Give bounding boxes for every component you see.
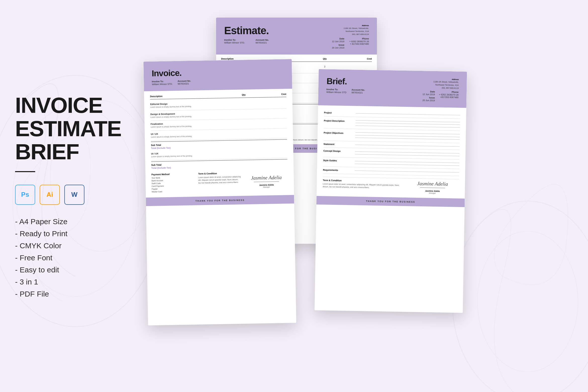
brief-involve-value: William Winsor STD [326, 91, 347, 93]
brief-sig-name: Jasmine Adelia [425, 190, 440, 192]
brief-document: Brief. Involve To: William Winsor STD Ac… [315, 69, 467, 313]
feature-3in1: - 3 in 1 [15, 278, 116, 286]
brief-term-area: Term & Condition Lorem ipsum dolor sit a… [323, 177, 459, 194]
est-col-qty: Qty [315, 58, 334, 60]
brief-header: Brief. Involve To: William Winsor STD Ac… [318, 69, 467, 108]
estimate-involve-label: Involve To: [224, 39, 248, 41]
brief-account-value: 987654321 [352, 91, 365, 94]
estimate-account-value: 987654321 [256, 41, 269, 44]
inv-row-4: UI / UX Lorem ipsum is simply dummy text… [151, 128, 287, 141]
invoice-signature: Jasmine Adelia Jasmine Adelia Manager [245, 171, 288, 192]
invoice-payment: Payment Method Your Bank Bank Account Sw… [152, 171, 288, 193]
brief-title: Brief. [326, 76, 365, 87]
invoice-title: Invoice. [152, 68, 191, 78]
software-icons: Ps Ai W [15, 185, 116, 205]
inv-account-value: 987654321 [178, 82, 191, 85]
inv-subtotal-2: Sub Total Total (Include Tax) [151, 159, 288, 170]
feature-edit: - Easy to edit [15, 266, 116, 274]
title-divider [15, 171, 35, 172]
brief-body: Project Project Description [317, 105, 466, 199]
estimate-account-label: Account No. [256, 39, 269, 41]
est-addr1: 1188 1th Street, Yellowknife, [332, 27, 369, 30]
brief-date-val: 12 Jun 2019 [422, 93, 435, 96]
brief-address-label: Address [423, 78, 459, 80]
invoice-header: Invoice. Involve To: William Winsor STD.… [143, 59, 292, 91]
inv-col-qty: Qty [235, 93, 252, 96]
payment-col: Payment Method Your Bank Bank Account Sw… [152, 172, 194, 193]
brief-issue-label: Issue [422, 96, 435, 99]
terms-col: Term & Condition Lorem ipsum dolor sit a… [198, 172, 241, 192]
brief-involve-label: Involve To: [326, 88, 347, 91]
inv-col-cost: Cost [252, 93, 286, 96]
invoice-body: Description Qty Cost Editorial Design Lo… [144, 89, 294, 198]
inv-account-label: Account No. [178, 80, 191, 82]
estimate-address-label: Address [332, 25, 369, 26]
title-invoice: INVOICE [15, 94, 116, 117]
brief-sig-cursive: Jasmine Adelia [417, 180, 448, 187]
est-issue-label: Issue [332, 44, 345, 46]
brief-account-label: Account No. [352, 88, 365, 91]
brief-issue-val: 20 Jun 2019 [422, 99, 435, 102]
ai-icon: Ai [40, 185, 60, 205]
inv-row-5: UI / UX Lorem ipsum is simply dummy text… [151, 148, 287, 160]
est-col-cost: Cost [334, 58, 372, 60]
ps-icon: Ps [15, 185, 35, 205]
invoice-document: Invoice. Involve To: William Winsor STD.… [143, 59, 296, 325]
est-issue-val: 20 Jun 2019 [332, 46, 345, 49]
est-phone-label: Phone [349, 37, 369, 40]
est-date-val: 12 Jun 2019 [332, 40, 345, 43]
brief-date-label: Date [422, 90, 435, 93]
title-brief: BRIEF [15, 140, 116, 163]
sig-role: Manager [263, 186, 270, 188]
feature-a4: - A4 Paper Size [15, 217, 116, 226]
feature-pdf: - PDF File [15, 290, 116, 298]
sig-cursive: Jasmine Adelia [251, 174, 282, 181]
estimate-title: Estimate. [224, 25, 269, 37]
est-addr2: Northwest Territories, X1A [332, 30, 369, 33]
estimate-involve-value: William Winsor STD. [224, 41, 248, 44]
inv-involve-label: Involve To: [152, 80, 173, 83]
est-addr3: 263, 867-669-6119 [332, 33, 369, 36]
brief-phone2: +817263 8367480 [439, 96, 459, 99]
estimate-header: Estimate. Involve To: William Winsor STD… [216, 18, 377, 55]
est-phone2: + 817263 8367480 [349, 43, 369, 45]
feature-font: - Free Font [15, 254, 116, 262]
brief-addr3: 263, 867-669-6119 [423, 86, 459, 90]
word-icon: W [64, 185, 84, 205]
est-phone1: + 6262 2838270 28 [349, 40, 369, 43]
title-estimate: ESTIMATE [15, 117, 116, 140]
features-list: - A4 Paper Size - Ready to Print - CMYK … [15, 217, 116, 298]
brief-sig-role: Manager [429, 192, 436, 194]
feature-cmyk: - CMYK Color [15, 241, 116, 250]
brief-phone-label: Phone [439, 90, 459, 93]
inv-involve-value: William Winsor STD. [152, 83, 173, 85]
main-title: INVOICE ESTIMATE BRIEF [15, 94, 116, 163]
docs-area: Estimate. Involve To: William Winsor STD… [111, 10, 578, 382]
est-date-label: Date [332, 37, 345, 40]
inv-col-desc: Description [150, 94, 235, 98]
feature-print: - Ready to Print [15, 229, 116, 238]
brief-signature: Jasmine Adelia Jasmine Adelia Manager [406, 180, 459, 194]
